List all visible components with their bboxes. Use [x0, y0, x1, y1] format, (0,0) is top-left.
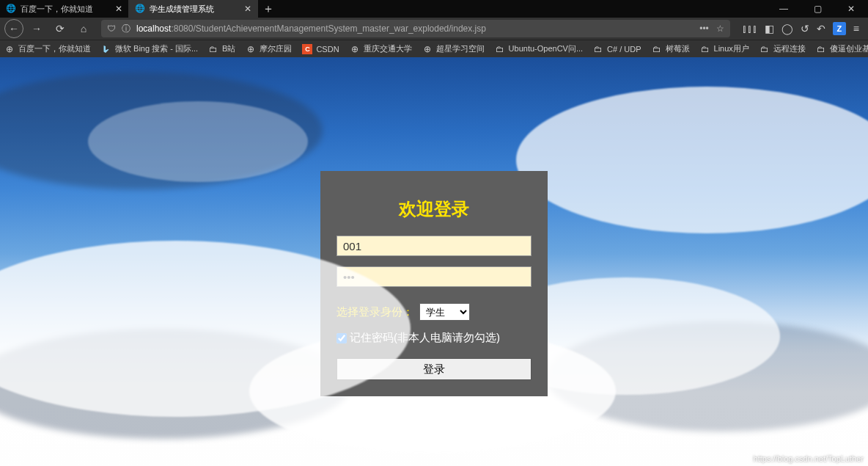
close-window-button[interactable]: ✕ — [834, 0, 868, 18]
role-row: 选择登录身份： 学生 教师 管理员 — [336, 303, 532, 321]
tabs-row: 🌐 百度一下，你就知道 ✕ 🌐 学生成绩管理系统 ✕ ＋ — ▢ ✕ — [0, 0, 868, 18]
bookmark-item[interactable]: ⊕摩尔庄园 — [246, 43, 292, 54]
bookmark-star-icon[interactable]: ☆ — [716, 23, 724, 34]
close-icon[interactable]: ✕ — [244, 4, 251, 14]
new-tab-button[interactable]: ＋ — [258, 0, 279, 18]
bookmark-item[interactable]: CCSDN — [302, 44, 339, 54]
undo-icon[interactable]: ↶ — [817, 23, 825, 34]
bookmarks-bar: ⊕百度一下，你就知道 微软 Bing 搜索 - 国际... 🗀B站 ⊕摩尔庄园 … — [0, 40, 868, 57]
globe-icon: ⊕ — [4, 44, 15, 54]
login-title: 欢迎登录 — [336, 197, 532, 221]
sidebar-icon[interactable]: ◧ — [765, 23, 774, 34]
folder-icon: 🗀 — [652, 44, 662, 54]
close-icon[interactable]: ✕ — [115, 4, 122, 14]
bookmark-item[interactable]: ⊕百度一下，你就知道 — [4, 43, 91, 54]
home-button[interactable]: ⌂ — [73, 19, 94, 38]
bookmark-item[interactable]: 🗀远程连接 — [760, 43, 806, 54]
bookmark-item[interactable]: ⊕超星学习空间 — [422, 43, 485, 54]
bookmark-item[interactable]: 🗀C# / UDP — [593, 44, 641, 54]
tab-label: 学生成绩管理系统 — [150, 4, 240, 15]
bookmark-item[interactable]: ⊕重庆交通大学 — [350, 43, 412, 54]
url-bar[interactable]: 🛡 ⓘ localhost:8080/StudentAchievementMan… — [101, 20, 730, 37]
folder-icon: 🗀 — [816, 44, 826, 54]
tab-label: 百度一下，你就知道 — [21, 4, 111, 15]
remember-row[interactable]: 记住密码(非本人电脑请勿勾选) — [336, 331, 532, 345]
extension-z-icon[interactable]: Z — [833, 22, 846, 35]
tab-app[interactable]: 🌐 学生成绩管理系统 ✕ — [129, 0, 258, 18]
toolbar-right: ⫿⫿⫿ ◧ ◯ ↺ ↶ Z ≡ — [738, 22, 864, 35]
window-controls: — ▢ ✕ — [767, 0, 868, 18]
favicon-globe: 🌐 — [135, 4, 145, 14]
folder-icon: 🗀 — [700, 44, 710, 54]
remember-label: 记住密码(非本人电脑请勿勾选) — [350, 331, 500, 345]
more-icon[interactable]: ••• — [699, 23, 709, 34]
globe-icon: ⊕ — [350, 44, 360, 54]
bing-icon — [101, 44, 111, 54]
reload-button[interactable]: ⟳ — [50, 19, 70, 38]
url-actions: ••• ☆ — [699, 23, 724, 34]
bookmark-item[interactable]: 🗀傻逼创业基础 — [816, 43, 868, 54]
username-input[interactable] — [336, 236, 532, 256]
forward-button[interactable]: → — [26, 19, 47, 38]
shield-icon: 🛡 — [107, 23, 116, 34]
folder-icon: 🗀 — [495, 44, 505, 54]
back-button[interactable]: ← — [4, 19, 23, 38]
sync-icon[interactable]: ↺ — [801, 23, 809, 34]
login-button[interactable]: 登录 — [336, 358, 532, 380]
bookmark-item[interactable]: 🗀Linux用户 — [700, 43, 749, 54]
bookmark-item[interactable]: 🗀Ubuntu-OpenCV问... — [495, 43, 584, 54]
account-icon[interactable]: ◯ — [781, 23, 793, 34]
password-input[interactable] — [336, 266, 532, 287]
remember-checkbox[interactable] — [336, 333, 347, 343]
bookmark-item[interactable]: 🗀树莓派 — [652, 43, 690, 54]
bookmark-item[interactable]: 微软 Bing 搜索 - 国际... — [101, 43, 198, 54]
bookmark-item[interactable]: 🗀B站 — [208, 43, 235, 54]
page-content: 欢迎登录 选择登录身份： 学生 教师 管理员 记住密码(非本人电脑请勿勾选) 登… — [0, 57, 868, 466]
folder-icon: 🗀 — [593, 44, 603, 54]
watermark: https://blog.csdn.net/TopLuther — [754, 454, 864, 463]
globe-icon: ⊕ — [422, 44, 433, 54]
globe-icon: ⊕ — [246, 44, 256, 54]
favicon-globe: 🌐 — [6, 4, 16, 14]
login-panel: 欢迎登录 选择登录身份： 学生 教师 管理员 记住密码(非本人电脑请勿勾选) 登… — [320, 171, 548, 396]
toolbar: ← → ⟳ ⌂ 🛡 ⓘ localhost:8080/StudentAchiev… — [0, 18, 868, 40]
info-icon: ⓘ — [122, 23, 130, 35]
menu-icon[interactable]: ≡ — [853, 23, 859, 34]
url-text: localhost:8080/StudentAchievementManagem… — [136, 23, 486, 34]
role-label: 选择登录身份： — [336, 305, 413, 319]
maximize-button[interactable]: ▢ — [801, 0, 834, 18]
csdn-icon: C — [302, 44, 312, 54]
folder-icon: 🗀 — [760, 44, 770, 54]
tab-baidu[interactable]: 🌐 百度一下，你就知道 ✕ — [0, 0, 129, 18]
library-icon[interactable]: ⫿⫿⫿ — [742, 23, 757, 34]
minimize-button[interactable]: — — [767, 0, 801, 18]
role-select[interactable]: 学生 教师 管理员 — [419, 303, 470, 321]
folder-icon: 🗀 — [208, 44, 218, 54]
